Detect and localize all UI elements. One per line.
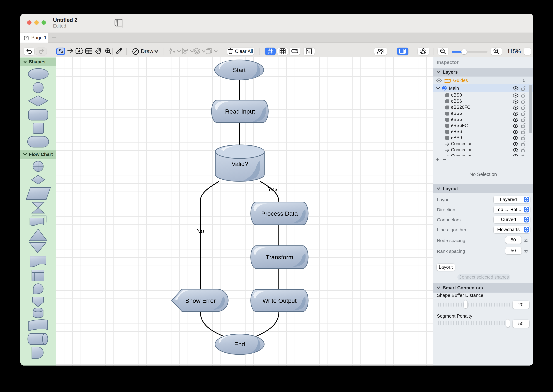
svg-text:Read Input: Read Input	[225, 108, 255, 115]
svg-text:A: A	[78, 49, 80, 53]
svg-text:Show Error: Show Error	[185, 297, 215, 304]
svg-text:Process Data: Process Data	[261, 210, 298, 217]
svg-text:Transform: Transform	[266, 254, 293, 260]
svg-text:Write Output: Write Output	[262, 297, 297, 304]
svg-text:Start: Start	[233, 67, 246, 73]
svg-text:Valid?: Valid?	[231, 161, 248, 167]
svg-text:End: End	[234, 341, 245, 348]
svg-text:No: No	[196, 227, 204, 234]
svg-text:Yes: Yes	[267, 185, 277, 192]
